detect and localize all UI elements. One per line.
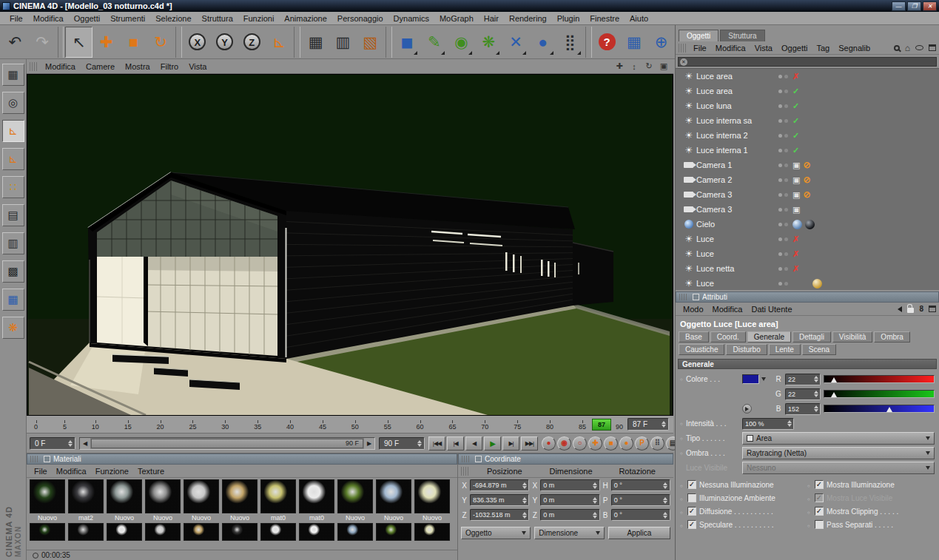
texture-mode-icon[interactable]: ▩ — [2, 260, 24, 283]
menu-item[interactable]: Hair — [479, 13, 504, 24]
g-value-field[interactable]: 22 — [785, 388, 821, 400]
om-menu-item[interactable]: Tag — [812, 42, 834, 54]
om-menu-item[interactable]: Oggetti — [777, 42, 812, 54]
spinner-icon[interactable] — [416, 440, 423, 447]
spinner-icon[interactable] — [67, 440, 73, 447]
object-row[interactable]: Cielo — [676, 217, 939, 232]
r-slider[interactable] — [824, 375, 935, 383]
om-search-bar[interactable] — [678, 57, 937, 67]
object-name[interactable]: Camera 3 — [696, 190, 770, 199]
menu-item[interactable]: MoGraph — [434, 13, 479, 24]
live-selection-icon[interactable]: ↖ — [65, 27, 92, 58]
object-state-icons[interactable] — [790, 189, 841, 200]
panel-menu-icon[interactable] — [929, 44, 936, 51]
object-row[interactable]: Luce netta — [676, 261, 939, 276]
material-swatch[interactable]: mat0 — [297, 479, 336, 522]
add-particles-icon[interactable]: ⣿ — [556, 27, 584, 58]
object-name[interactable]: Camera 3 — [696, 205, 770, 214]
material-swatch[interactable]: Nuovo — [413, 479, 451, 522]
material-preview-sphere[interactable] — [376, 523, 411, 541]
material-preview-sphere[interactable] — [107, 523, 142, 541]
visibility-dots[interactable] — [770, 119, 790, 123]
material-preview-sphere[interactable] — [299, 523, 334, 541]
color-swatch-dropdown-icon[interactable] — [761, 377, 766, 381]
attr-menu-item[interactable]: Modifica — [708, 303, 747, 315]
drag-grip-icon[interactable] — [679, 294, 687, 300]
checkbox[interactable] — [815, 480, 824, 489]
slider-right-arrow-icon[interactable] — [364, 438, 374, 449]
attribute-tab[interactable]: Dettagli — [792, 331, 831, 343]
position-field[interactable]: 836.335 m — [470, 494, 529, 506]
range-bar[interactable]: 90 F — [91, 439, 363, 448]
scale-tool-icon[interactable]: ■ — [120, 27, 147, 58]
snap-settings-icon[interactable]: ❋ — [2, 317, 24, 339]
spinner-icon[interactable] — [662, 512, 669, 519]
edges-mode-icon[interactable]: ▤ — [2, 204, 24, 226]
color-swatch[interactable] — [742, 374, 759, 384]
g-marker[interactable] — [831, 392, 837, 397]
autokeying-button[interactable]: ◉ — [557, 436, 571, 451]
material-swatch[interactable] — [336, 523, 374, 541]
material-swatch[interactable]: mat2 — [67, 479, 105, 522]
viewport[interactable] — [27, 74, 673, 416]
material-preview-sphere[interactable] — [184, 523, 219, 541]
render-view-icon[interactable]: ▦ — [302, 27, 329, 58]
visibility-dots[interactable] — [770, 149, 790, 152]
record-position-button[interactable]: ✚ — [588, 436, 602, 451]
object-row[interactable]: Luce luna — [676, 98, 939, 113]
viewport-menu-item[interactable]: Vista — [184, 61, 212, 72]
slider-left-arrow-icon[interactable] — [80, 438, 90, 449]
material-preview-sphere[interactable] — [184, 479, 219, 513]
object-state-icons[interactable] — [790, 131, 841, 141]
object-name[interactable]: Luce interna 1 — [696, 146, 770, 155]
next-frame-button[interactable]: ▶| — [502, 436, 519, 451]
viewport-menu-item[interactable]: Modifica — [40, 61, 81, 72]
object-name[interactable]: Luce interna 2 — [696, 131, 770, 140]
render-picture-viewer-icon[interactable]: ▥ — [329, 27, 357, 58]
checkbox[interactable] — [687, 480, 696, 489]
rotate-view-icon[interactable]: ↻ — [642, 61, 656, 72]
position-field[interactable]: -694.879 m — [470, 479, 529, 491]
record-pla-button[interactable]: ⠿ — [650, 436, 664, 451]
menu-item[interactable]: Animazione — [279, 13, 331, 24]
clear-search-icon[interactable] — [680, 58, 687, 66]
visibility-dots[interactable] — [770, 252, 790, 256]
material-swatch[interactable] — [182, 523, 221, 541]
om-menu-item[interactable]: File — [689, 42, 711, 54]
attribute-tab[interactable]: Generale — [747, 331, 791, 343]
material-swatch[interactable] — [259, 523, 297, 541]
r-marker[interactable] — [831, 377, 837, 382]
material-preview-sphere[interactable] — [337, 479, 373, 513]
checkbox[interactable] — [815, 507, 824, 516]
object-row[interactable]: Camera 3 — [676, 202, 939, 217]
go-to-end-button[interactable]: ▶▶| — [521, 436, 538, 451]
polygons-mode-icon[interactable]: ▥ — [2, 232, 24, 254]
b-value-field[interactable]: 152 — [785, 403, 821, 415]
visibility-dots[interactable] — [770, 178, 790, 182]
material-preview-sphere[interactable] — [68, 523, 104, 541]
expand-color-button[interactable] — [742, 404, 752, 414]
drag-grip-icon[interactable] — [30, 456, 38, 462]
material-preview-sphere[interactable] — [145, 523, 181, 541]
spinner-icon[interactable] — [521, 482, 528, 489]
visibility-dots[interactable] — [770, 163, 790, 167]
material-preview-sphere[interactable] — [414, 479, 450, 513]
apply-button[interactable]: Applica — [608, 527, 670, 539]
materials-menu-item[interactable]: Funzione — [91, 465, 133, 477]
material-swatch[interactable] — [144, 523, 182, 541]
end-frame-field[interactable]: 90 F — [379, 437, 425, 450]
spinner-icon[interactable] — [592, 482, 599, 489]
history-back-icon[interactable] — [898, 306, 902, 312]
object-name[interactable]: Luce — [696, 279, 770, 288]
object-row[interactable]: Camera 2 — [676, 172, 939, 187]
material-swatch[interactable] — [374, 523, 413, 541]
object-row[interactable]: Luce interna 2 — [676, 128, 939, 143]
material-preview-sphere[interactable] — [222, 479, 258, 513]
visibility-dots[interactable] — [770, 104, 790, 108]
move-tool-icon[interactable]: ✚ — [92, 27, 120, 58]
zoom-view-icon[interactable]: ↕ — [627, 61, 641, 72]
checkbox[interactable] — [687, 493, 696, 502]
object-state-icons[interactable] — [790, 205, 841, 215]
record-keyframe-button[interactable]: ● — [542, 436, 556, 451]
redo-icon[interactable]: ↷ — [29, 27, 56, 58]
